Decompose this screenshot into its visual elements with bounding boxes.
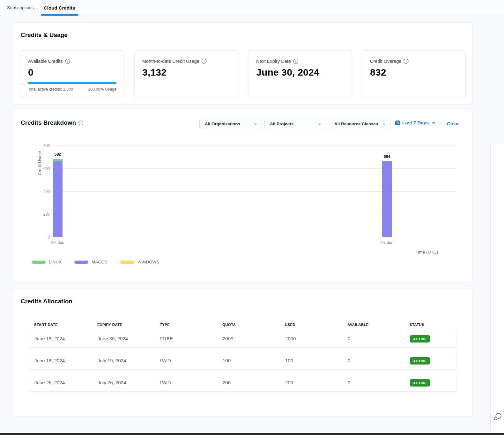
cell-available: 0 [348, 336, 350, 341]
tab-cloud-credits-label: Cloud Credits [44, 5, 75, 11]
chart-plot: 68220. Jun66425. Jun [52, 146, 456, 237]
available-credits-label: Available Credits [28, 59, 63, 64]
tab-subscriptions[interactable]: Subscriptions [7, 0, 34, 15]
macos-segment [382, 161, 392, 237]
credit-usage-chart: Credit Usage 0200400600800 68220. Jun664… [13, 110, 473, 283]
col-status: STATUS [410, 323, 424, 327]
cell-quota: 200 [223, 380, 231, 385]
next-expiry-card: Next Expiry Date June 30, 2024 [248, 50, 352, 97]
col-used: USED [285, 323, 295, 327]
status-badge: ACTIVE [410, 357, 430, 365]
cell-type: FREE [160, 336, 173, 341]
cell-expiry-date: July 19, 2024 [98, 358, 126, 363]
table-row: June 25, 2024 July 26, 2024 PAID 200 200… [29, 374, 456, 392]
credits-usage-title: Credits & Usage [21, 32, 68, 39]
cell-available: 0 [348, 380, 350, 385]
y-tick-label: 800 [43, 144, 50, 148]
cell-type: PAID [160, 358, 171, 363]
macos-label: MACOS [92, 260, 107, 264]
windows-label: WINDOWS [137, 260, 159, 264]
linux-segment [53, 159, 63, 161]
chat-support-icon[interactable] [492, 411, 502, 422]
cell-used: 100 [285, 358, 293, 363]
tab-bar: Subscriptions Cloud Credits [0, 0, 504, 15]
legend-item-windows[interactable]: WINDOWS [120, 260, 159, 264]
x-tick-mark [58, 237, 58, 239]
cell-start-date: June 25, 2024 [34, 380, 65, 385]
bar-value-label: 664 [383, 154, 390, 159]
cell-start-date: June 18, 2024 [34, 336, 65, 341]
grid-line [52, 145, 456, 146]
x-tick-mark [387, 237, 387, 239]
credit-overage-label: Credit Overage [370, 59, 401, 64]
credits-progress-bar [28, 82, 116, 84]
macos-segment [53, 161, 63, 237]
cell-status: ACTIVE [410, 357, 430, 365]
col-type: TYPE [160, 323, 170, 327]
table-header-row: START DATE EXPIRY DATE TYPE QUOTA USED A… [29, 321, 456, 330]
credit-overage-card: Credit Overage 832 [362, 50, 466, 97]
credits-usage-section: Credits & Usage Available Credits 0 Tota… [13, 22, 472, 104]
y-tick-label: 200 [43, 212, 50, 217]
linux-swatch [32, 261, 46, 264]
cell-used: 200 [285, 380, 293, 385]
next-expiry-label: Next Expiry Date [256, 59, 291, 64]
left-gutter-divider [1, 15, 1, 247]
info-icon[interactable] [293, 59, 298, 64]
mtd-usage-value: 3,132 [142, 67, 230, 78]
credits-allocation-title: Credits Allocation [21, 298, 72, 305]
info-icon[interactable] [404, 59, 409, 64]
available-credits-value: 0 [28, 67, 116, 78]
cell-type: PAID [160, 380, 171, 385]
available-credits-card: Available Credits 0 Total active credits… [20, 50, 124, 97]
cell-used: 2000 [285, 336, 296, 341]
credit-overage-value: 832 [370, 67, 458, 78]
legend-item-macos[interactable]: MACOS [74, 260, 107, 264]
legend-item-linux[interactable]: LINUX [32, 260, 62, 264]
tab-subscriptions-label: Subscriptions [7, 5, 34, 10]
cloud-credits-page: Subscriptions Cloud Credits Credits & Us… [0, 0, 504, 435]
cell-status: ACTIVE [410, 335, 430, 343]
x-tick-label: 20. Jun [51, 240, 64, 245]
credits-progress-fill [28, 82, 116, 84]
info-icon[interactable] [202, 59, 207, 64]
cell-available: 0 [348, 358, 350, 363]
cell-expiry-date: July 26, 2024 [98, 380, 126, 385]
mtd-usage-label: Month-to-date Credit Usage [142, 59, 199, 64]
credits-breakdown-section: Credits Breakdown All Organizations All … [13, 110, 472, 282]
linux-label: LINUX [49, 260, 62, 264]
info-icon[interactable] [65, 59, 70, 64]
window-bottom-edge [0, 433, 504, 435]
tab-cloud-credits[interactable]: Cloud Credits [44, 0, 75, 15]
bar-20-jun[interactable] [53, 159, 63, 237]
total-active-credits: Total active credits: 2,300 [28, 87, 73, 92]
right-gutter-panel [490, 144, 504, 433]
mtd-usage-card: Month-to-date Credit Usage 3,132 [134, 50, 238, 97]
y-tick-label: 600 [43, 166, 50, 171]
col-expiry-date: EXPIRY DATE [97, 323, 122, 327]
y-tick-label: 0 [48, 235, 50, 240]
grid-line [52, 214, 456, 214]
credits-allocation-section: Credits Allocation START DATE EXPIRY DAT… [13, 289, 472, 416]
col-available: AVAILABLE [347, 323, 369, 327]
x-axis-title: Time (UTC) [416, 250, 438, 254]
cell-expiry-date: June 30, 2024 [98, 336, 128, 341]
cell-start-date: June 18, 2024 [34, 358, 65, 363]
macos-swatch [74, 261, 88, 264]
x-axis-line [52, 237, 456, 237]
y-axis-ticks: 0200400600800 [37, 146, 50, 237]
grid-line [52, 168, 456, 169]
bar-25-jun[interactable] [382, 161, 392, 237]
y-tick-label: 400 [43, 189, 50, 194]
credits-allocation-table: START DATE EXPIRY DATE TYPE QUOTA USED A… [29, 321, 456, 396]
status-badge: ACTIVE [410, 379, 430, 387]
grid-line [52, 191, 456, 192]
status-badge: ACTIVE [410, 335, 430, 343]
x-tick-label: 25. Jun [380, 240, 393, 245]
usage-percent: 100.00% Usage [88, 87, 116, 92]
col-start-date: START DATE [34, 323, 58, 327]
active-tab-indicator [41, 14, 78, 16]
cell-quota: 2000 [223, 336, 233, 341]
cell-quota: 100 [223, 358, 231, 363]
bar-value-label: 682 [54, 152, 61, 157]
